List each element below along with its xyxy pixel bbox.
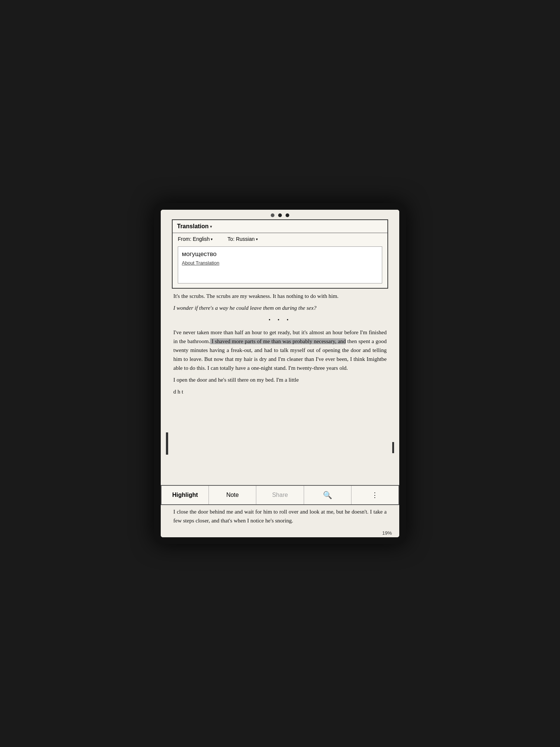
more-button[interactable]: ⋮ — [351, 486, 399, 504]
action-toolbar: Highlight Note Share 🔍 ⋮ — [161, 485, 399, 505]
para3-cursor: might — [369, 356, 381, 362]
dot-3 — [286, 213, 289, 217]
translation-title: Translation — [177, 223, 209, 230]
translation-result-box: могущество About Translation — [178, 246, 382, 283]
book-text: It's the scrubs. The scrubs are my weakn… — [161, 292, 399, 485]
to-label: To: Russian — [227, 236, 254, 242]
from-arrow: ▾ — [211, 237, 213, 241]
search-icon: 🔍 — [323, 491, 332, 499]
to-language-select[interactable]: To: Russian ▾ — [227, 236, 257, 242]
page-percent: 19% — [382, 530, 392, 536]
book-paragraph-2-italic: I wonder if there's a way he could leave… — [173, 303, 387, 312]
partially-visible-text: d h t — [173, 387, 387, 396]
device-frame: Translation ▾ From: English ▾ To: Russia… — [154, 203, 406, 544]
translation-panel: Translation ▾ From: English ▾ To: Russia… — [172, 219, 388, 289]
share-button[interactable]: Share — [256, 486, 304, 504]
para3-part4: enty-thr — [302, 365, 320, 371]
search-button[interactable]: 🔍 — [304, 486, 351, 504]
book-paragraph-5: I close the door behind me and wait for … — [173, 507, 387, 525]
from-language-select[interactable]: From: English ▾ — [178, 236, 213, 242]
note-button[interactable]: Note — [209, 486, 256, 504]
section-divider: • • • — [173, 316, 387, 324]
about-translation-link[interactable]: About Translation — [182, 260, 378, 266]
dot-1 — [271, 213, 274, 217]
book-paragraph-1: It's the scrubs. The scrubs are my weakn… — [173, 292, 387, 301]
book-paragraph-3: I've never taken more than half an hour … — [173, 328, 387, 372]
from-label: From: English — [178, 236, 210, 242]
screen: Translation ▾ From: English ▾ To: Russia… — [161, 210, 399, 537]
margin-bookmark-left — [166, 432, 168, 455]
to-arrow: ▾ — [256, 237, 258, 241]
highlighted-text: I shaved more parts of me than was proba… — [210, 338, 346, 344]
book-paragraph-5-area: I close the door behind me and wait for … — [161, 505, 399, 529]
footer-bar: 19% — [161, 529, 399, 537]
more-icon: ⋮ — [371, 491, 379, 499]
dot-2 — [278, 213, 282, 217]
highlight-button[interactable]: Highlight — [161, 486, 209, 504]
translation-header[interactable]: Translation ▾ — [173, 220, 387, 233]
translated-word: могущество — [182, 250, 378, 258]
translation-lang-row: From: English ▾ To: Russian ▾ — [173, 233, 387, 245]
book-paragraph-4: I open the door and he's still there on … — [173, 375, 387, 384]
translation-title-arrow: ▾ — [210, 225, 212, 229]
para3-part5: ee years old. — [320, 365, 348, 371]
margin-bookmark-right — [392, 442, 394, 453]
dots-indicator — [161, 210, 399, 219]
